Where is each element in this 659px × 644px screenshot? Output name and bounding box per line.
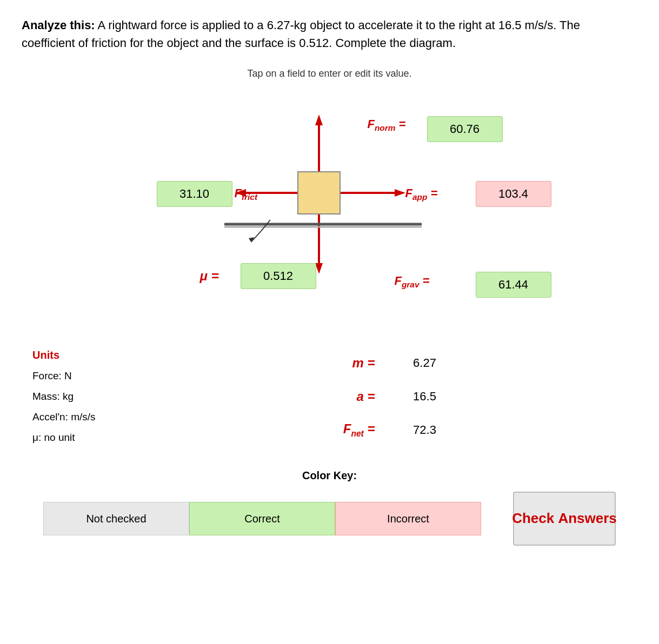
svg-marker-10	[249, 237, 254, 243]
accel-row: a = 16.5	[332, 383, 468, 410]
units-column: Units Force: N Mass: kg Accel'n: m/s/s μ…	[32, 344, 173, 448]
units-force: Force: N	[32, 366, 173, 386]
mass-label: m =	[332, 355, 375, 371]
fapp-value-box[interactable]: 103.4	[476, 181, 551, 207]
check-answers-button[interactable]: Check Answers	[513, 492, 616, 546]
fnet-row: Fnet = 72.3	[332, 417, 468, 444]
ffrict-value-box[interactable]: 31.10	[157, 181, 232, 207]
intro-bold: Analyze this:	[22, 18, 95, 32]
equations-column: m = 6.27 a = 16.5 Fnet = 72.3	[173, 344, 627, 448]
bottom-section: Units Force: N Mass: kg Accel'n: m/s/s μ…	[22, 344, 637, 448]
force-diagram: Fnorm = 60.76 = Ffrict 31.10 Fapp = 103.…	[141, 90, 519, 323]
color-key-boxes: Not checked Correct Incorrect	[43, 502, 481, 535]
fnet-label: Fnet =	[332, 421, 375, 439]
units-accel: Accel'n: m/s/s	[32, 407, 173, 427]
accel-label: a =	[332, 389, 375, 404]
intro-text: A rightward force is applied to a 6.27-k…	[22, 18, 580, 50]
fgrav-value-box[interactable]: 61.44	[476, 272, 551, 298]
svg-marker-1	[315, 115, 323, 125]
fapp-label: Fapp =	[405, 186, 438, 202]
accel-value-box[interactable]: 16.5	[382, 383, 468, 410]
units-mass: Mass: kg	[32, 386, 173, 407]
fnorm-value-box[interactable]: 60.76	[427, 116, 503, 142]
bottom-wrapper: Color Key: Not checked Correct Incorrect…	[22, 469, 637, 546]
mass-row: m = 6.27	[332, 350, 468, 377]
mass-value-box[interactable]: 6.27	[382, 350, 468, 377]
color-key-title: Color Key:	[32, 469, 627, 482]
svg-marker-3	[315, 263, 323, 274]
mu-value-box[interactable]: 0.512	[241, 263, 316, 289]
instruction-text: Tap on a field to enter or edit its valu…	[22, 68, 637, 79]
force-box-object	[297, 171, 341, 214]
fnorm-label: Fnorm =	[368, 117, 406, 133]
problem-text: Analyze this: A rightward force is appli…	[22, 16, 616, 52]
units-mu: μ: no unit	[32, 427, 173, 448]
units-title: Units	[32, 344, 173, 366]
color-key-row: Not checked Correct Incorrect Check Answ…	[32, 492, 627, 546]
mu-label: μ =	[200, 269, 219, 284]
svg-marker-7	[395, 189, 405, 197]
correct-key: Correct	[189, 502, 335, 535]
fnet-value-box[interactable]: 72.3	[382, 417, 468, 444]
incorrect-key: Incorrect	[335, 502, 481, 535]
not-checked-key: Not checked	[43, 502, 189, 535]
fgrav-label: Fgrav =	[395, 274, 430, 290]
